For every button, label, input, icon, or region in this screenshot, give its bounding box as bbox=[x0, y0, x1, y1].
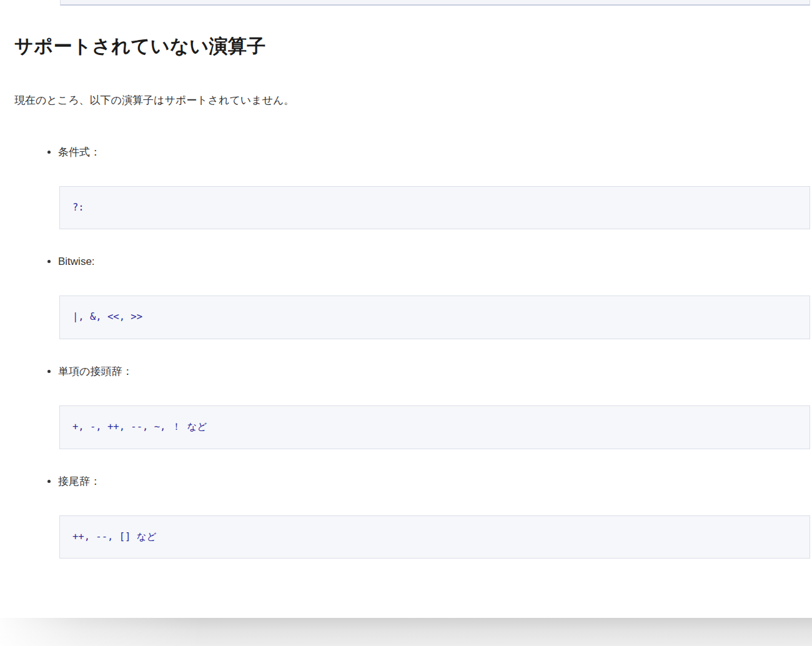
list-item-label: 接尾辞： bbox=[58, 474, 812, 489]
list-item-label: 単項の接頭辞： bbox=[58, 364, 812, 379]
code-block-conditional: ?: bbox=[59, 186, 810, 230]
code-block-bitwise: |, &, <<, >> bbox=[59, 296, 810, 339]
code-block-postfix: ++, --, [] など bbox=[59, 515, 810, 559]
document-content: サポートされていない演算子 現在のところ、以下の演算子はサポートされていません。… bbox=[0, 34, 812, 559]
code-block-unary-prefix: +, -, ++, --, ~, ！ など bbox=[59, 405, 810, 449]
section-heading: サポートされていない演算子 bbox=[14, 34, 812, 58]
footer-band bbox=[0, 618, 812, 646]
list-item-label: Bitwise: bbox=[58, 254, 812, 269]
list-item-label: 条件式： bbox=[58, 145, 812, 160]
list-item-bitwise: Bitwise: |, &, <<, >> bbox=[58, 254, 812, 339]
intro-paragraph: 現在のところ、以下の演算子はサポートされていません。 bbox=[14, 94, 812, 107]
list-item-unary-prefix: 単項の接頭辞： +, -, ++, --, ~, ！ など bbox=[58, 364, 812, 449]
list-item-conditional: 条件式： ?: bbox=[58, 145, 812, 230]
code-block-partial-top bbox=[60, 0, 810, 6]
unsupported-operators-list: 条件式： ?: Bitwise: |, &, <<, >> 単項の接頭辞： +,… bbox=[14, 145, 812, 559]
list-item-postfix: 接尾辞： ++, --, [] など bbox=[58, 474, 812, 559]
